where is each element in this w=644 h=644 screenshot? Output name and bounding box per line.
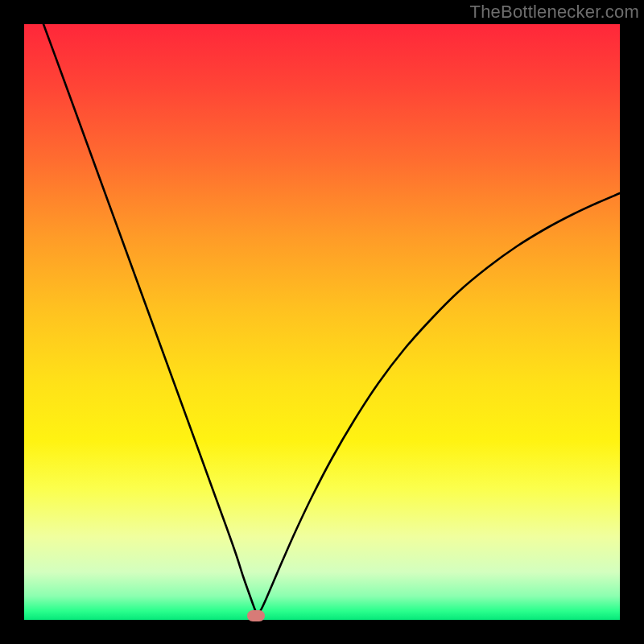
minimum-marker [247, 610, 265, 621]
curve-layer [24, 24, 620, 620]
watermark-text: TheBottlenecker.com [470, 2, 639, 23]
bottleneck-curve [43, 24, 620, 614]
chart-frame: TheBottlenecker.com [0, 0, 644, 644]
